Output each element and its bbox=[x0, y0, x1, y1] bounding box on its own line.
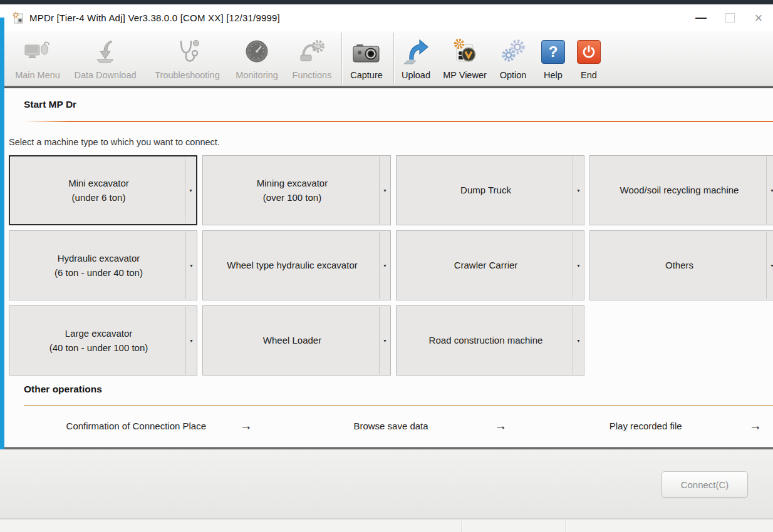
link-browse-save-data[interactable]: Browse save data → bbox=[264, 414, 519, 437]
title-bar: MPDr [Tier-4 With Adj] Ver3.38.0.0 [COM … bbox=[4, 4, 773, 32]
link-label: Browse save data bbox=[353, 421, 428, 431]
dropdown-zone[interactable]: ▼ bbox=[766, 232, 773, 299]
maximize-button[interactable] bbox=[715, 4, 744, 31]
link-confirmation-of-connection-place[interactable]: Confirmation of Connection Place → bbox=[9, 414, 264, 437]
toolbar-item-troubleshooting[interactable]: Troubleshooting bbox=[150, 35, 225, 80]
machine-button-road-construction-machine[interactable]: Road construction machine ▼ bbox=[396, 305, 584, 376]
top-dark-strip bbox=[0, 0, 773, 4]
machine-button-label: Large excavator(40 ton - under 100 ton) bbox=[49, 326, 148, 356]
toolbar-item-end[interactable]: End bbox=[551, 35, 626, 80]
machine-button-wheel-loader[interactable]: Wheel Loader ▼ bbox=[202, 305, 391, 376]
dropdown-zone[interactable]: ▼ bbox=[185, 307, 197, 374]
machine-button-wood-soil-recycling[interactable]: Wood/soil recycling machine ▼ bbox=[589, 155, 773, 225]
toolbar-label: End bbox=[581, 70, 597, 80]
machine-button-label: Wheel type hydraulic excavator bbox=[227, 258, 357, 272]
footer-panel: Connect(C) bbox=[0, 449, 773, 519]
capture-icon bbox=[352, 35, 381, 69]
main-content: Start MP Dr Select a machine type to whi… bbox=[4, 88, 773, 447]
dropdown-zone[interactable]: ▼ bbox=[185, 157, 196, 223]
chevron-down-icon: ▼ bbox=[576, 263, 581, 268]
dropdown-zone[interactable]: ▼ bbox=[573, 156, 584, 224]
main-menu-icon bbox=[23, 35, 52, 69]
link-play-recorded-file[interactable]: Play recorded file → bbox=[518, 414, 773, 437]
minimize-button[interactable]: — bbox=[687, 4, 715, 31]
chevron-down-icon: ▼ bbox=[189, 339, 194, 343]
toolbar-label: Main Menu bbox=[15, 70, 60, 80]
chevron-down-icon: ▼ bbox=[383, 339, 387, 343]
machine-button-dump-truck[interactable]: Dump Truck ▼ bbox=[396, 155, 584, 225]
toolbar-label: Troubleshooting bbox=[155, 70, 219, 80]
window-title: MPDr [Tier-4 With Adj] Ver3.38.0.0 [COM … bbox=[29, 13, 280, 23]
toolbar-label: Monitoring bbox=[236, 70, 278, 80]
other-operations-links: Confirmation of Connection Place → Brows… bbox=[9, 414, 773, 437]
chevron-down-icon: ▼ bbox=[189, 263, 194, 268]
app-window: MPDr [Tier-4 With Adj] Ver3.38.0.0 [COM … bbox=[0, 0, 773, 532]
dropdown-zone[interactable]: ▼ bbox=[379, 307, 390, 374]
dropdown-zone[interactable]: ▼ bbox=[185, 232, 197, 299]
close-button[interactable]: × bbox=[744, 4, 773, 31]
machine-button-label: Wood/soil recycling machine bbox=[620, 183, 739, 197]
machine-type-grid: Mini excavator(under 6 ton) ▼ Mining exc… bbox=[9, 155, 773, 376]
machine-button-label: Mini excavator(under 6 ton) bbox=[68, 176, 129, 205]
dropdown-zone[interactable]: ▼ bbox=[766, 156, 773, 224]
troubleshooting-icon bbox=[173, 35, 202, 69]
toolbar-item-data-download[interactable]: Data Download bbox=[68, 35, 143, 80]
toolbar-label: Functions bbox=[293, 70, 332, 80]
machine-button-wheel-type-hydraulic-excavator[interactable]: Wheel type hydraulic excavator ▼ bbox=[202, 230, 391, 300]
link-label: Play recorded file bbox=[610, 421, 682, 431]
machine-button-label: Mining excavator(over 100 ton) bbox=[257, 176, 328, 205]
toolbar-item-main-menu[interactable]: Main Menu bbox=[0, 35, 75, 80]
dropdown-zone[interactable]: ▼ bbox=[379, 232, 390, 299]
arrow-right-icon: → bbox=[494, 419, 507, 433]
data-download-icon bbox=[91, 35, 119, 69]
machine-button-label: Hydraulic excavator(6 ton - under 40 ton… bbox=[54, 251, 143, 280]
arrow-right-icon: → bbox=[749, 419, 762, 433]
machine-button-hydraulic-excavator[interactable]: Hydraulic excavator(6 ton - under 40 ton… bbox=[9, 230, 197, 300]
machine-button-mining-excavator[interactable]: Mining excavator(over 100 ton) ▼ bbox=[202, 155, 391, 225]
arrow-right-icon: → bbox=[240, 419, 252, 433]
other-operations-underline bbox=[24, 405, 773, 406]
chevron-down-icon: ▼ bbox=[770, 188, 773, 193]
machine-button-label: Others bbox=[665, 258, 693, 272]
monitoring-icon bbox=[243, 35, 271, 69]
left-blue-strip bbox=[0, 18, 4, 478]
machine-button-label: Dump Truck bbox=[460, 183, 511, 197]
chevron-down-icon: ▼ bbox=[383, 188, 387, 193]
link-label: Confirmation of Connection Place bbox=[66, 421, 206, 431]
chevron-down-icon: ▼ bbox=[383, 263, 387, 268]
chevron-down-icon: ▼ bbox=[189, 188, 193, 193]
dropdown-zone[interactable]: ▼ bbox=[379, 156, 390, 224]
instruction-text: Select a machine type to which you want … bbox=[9, 137, 220, 147]
title-underline bbox=[24, 121, 773, 122]
machine-button-label: Crawler Carrier bbox=[454, 258, 518, 272]
upload-icon bbox=[402, 35, 430, 69]
maximize-icon bbox=[725, 13, 735, 23]
chevron-down-icon: ▼ bbox=[770, 263, 773, 268]
status-bar bbox=[0, 519, 773, 532]
window-controls: — × bbox=[687, 4, 773, 31]
machine-button-mini-excavator[interactable]: Mini excavator(under 6 ton) ▼ bbox=[9, 155, 197, 225]
other-operations-title: Other operations bbox=[24, 384, 102, 395]
toolbar-label: Data Download bbox=[74, 70, 136, 80]
chevron-down-icon: ▼ bbox=[576, 188, 581, 193]
machine-button-label: Wheel Loader bbox=[263, 333, 321, 347]
machine-button-large-excavator[interactable]: Large excavator(40 ton - under 100 ton) … bbox=[9, 305, 197, 376]
app-icon bbox=[12, 12, 24, 24]
dropdown-zone[interactable]: ▼ bbox=[573, 232, 584, 299]
page-title: Start MP Dr bbox=[24, 99, 76, 110]
toolbar-label: Upload bbox=[402, 70, 430, 80]
connect-button[interactable]: Connect(C) bbox=[661, 471, 748, 498]
toolbar: Main Menu Data Download Troubleshoot bbox=[4, 31, 773, 86]
machine-button-others[interactable]: Others ▼ bbox=[589, 230, 773, 300]
end-icon bbox=[577, 35, 601, 69]
machine-button-label: Road construction machine bbox=[429, 333, 543, 347]
status-bar-separator bbox=[461, 521, 462, 532]
machine-button-crawler-carrier[interactable]: Crawler Carrier ▼ bbox=[396, 230, 584, 300]
functions-icon bbox=[298, 35, 326, 69]
dropdown-zone[interactable]: ▼ bbox=[573, 307, 584, 374]
status-bar-separator bbox=[565, 521, 566, 532]
chevron-down-icon: ▼ bbox=[576, 339, 581, 343]
